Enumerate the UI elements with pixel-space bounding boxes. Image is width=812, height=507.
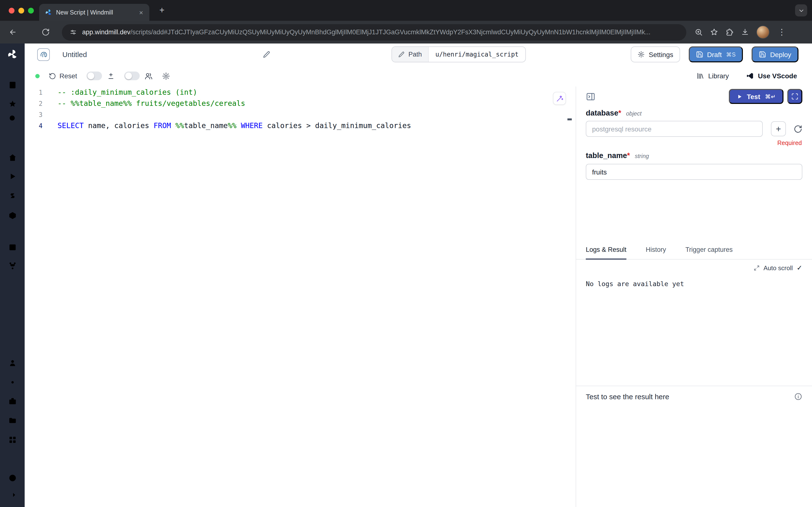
bookmark-star-icon[interactable] xyxy=(710,28,718,36)
test-fullscreen-button[interactable] xyxy=(787,89,802,104)
downloads-icon[interactable] xyxy=(741,28,749,36)
editor-settings-gear-icon[interactable] xyxy=(162,72,170,80)
sidebar-item-runs[interactable] xyxy=(8,172,17,181)
address-bar[interactable]: app.windmill.dev/scripts/add#JTdCJTIyaGF… xyxy=(62,24,686,40)
windmill-logo-icon[interactable] xyxy=(7,49,18,60)
field-name: table_name* xyxy=(586,151,630,160)
close-window-button[interactable] xyxy=(9,7,14,13)
script-header: Untitled Path u/henri/magical_script Set… xyxy=(25,44,812,65)
sidebar-item-apps[interactable] xyxy=(8,436,17,444)
postgresql-elephant-icon xyxy=(39,50,48,59)
code-area[interactable]: -- :daily_minimum_calories (int)-- %%tab… xyxy=(49,87,576,507)
sidebar-item-notebook[interactable] xyxy=(8,81,17,90)
url-path: /scripts/add#JTdCJTIyaGFzaCUyMiUzQSUyMiU… xyxy=(130,29,650,36)
browser-tab[interactable]: New Script | Windmill × xyxy=(39,4,149,21)
tab-search-button[interactable] xyxy=(795,4,807,16)
panel-tabs: Logs & Result History Trigger captures xyxy=(576,246,812,260)
play-icon xyxy=(737,94,742,99)
tab-history[interactable]: History xyxy=(646,246,666,259)
code-line[interactable]: SELECT name, calories FROM %%table_name%… xyxy=(58,120,576,131)
tab-logs-result[interactable]: Logs & Result xyxy=(586,246,626,260)
tab-title: New Script | Windmill xyxy=(56,9,133,16)
required-hint: Required xyxy=(586,140,802,147)
library-button[interactable]: Library xyxy=(697,72,729,80)
diff-toggle[interactable] xyxy=(86,71,102,80)
refresh-resources-icon[interactable] xyxy=(794,124,802,133)
new-tab-button[interactable]: + xyxy=(155,4,169,17)
reset-button[interactable]: Reset xyxy=(49,72,77,80)
database-input[interactable] xyxy=(586,121,763,137)
table-name-field-label: table_name* string xyxy=(586,151,802,160)
add-resource-button[interactable]: + xyxy=(771,121,786,136)
field-type: string xyxy=(635,153,649,160)
required-asterisk: * xyxy=(627,151,630,160)
field-type: object xyxy=(626,110,642,117)
sidebar-item-workspace[interactable] xyxy=(8,397,17,405)
auto-scroll-check-icon[interactable]: ✓ xyxy=(797,264,802,272)
sidebar-collapse-icon[interactable] xyxy=(8,491,17,499)
editor-toolbar: Reset Library xyxy=(25,65,812,87)
extensions-puzzle-icon[interactable] xyxy=(726,28,734,36)
settings-button[interactable]: Settings xyxy=(631,46,680,62)
library-icon xyxy=(697,72,704,80)
profile-avatar[interactable] xyxy=(756,25,769,39)
sidebar-item-schedules[interactable] xyxy=(8,243,17,251)
path-chip[interactable]: Path u/henri/magical_script xyxy=(392,46,526,62)
table-name-input[interactable] xyxy=(586,164,802,180)
zoom-icon[interactable] xyxy=(695,28,703,36)
sidebar-item-users[interactable] xyxy=(8,358,17,367)
url-text: app.windmill.dev/scripts/add#JTdCJTIyaGF… xyxy=(82,29,650,36)
tab-trigger-captures[interactable]: Trigger captures xyxy=(685,246,733,259)
draft-label: Draft xyxy=(707,51,722,58)
ai-generate-button[interactable] xyxy=(553,92,566,105)
minimize-window-button[interactable] xyxy=(18,7,24,13)
code-line[interactable]: -- :daily_minimum_calories (int) xyxy=(58,87,576,98)
path-edit-button[interactable]: Path xyxy=(392,47,429,62)
sidebar-item-flows[interactable] xyxy=(8,262,17,270)
info-icon[interactable] xyxy=(794,392,802,401)
sidebar-item-favorites[interactable] xyxy=(8,100,17,108)
site-settings-icon[interactable] xyxy=(70,29,77,36)
sidebar-item-add[interactable] xyxy=(8,280,17,289)
vscode-icon xyxy=(746,72,754,80)
sidebar-item-home[interactable] xyxy=(8,153,17,162)
script-title-field[interactable]: Untitled xyxy=(62,50,270,58)
line-number: 4 xyxy=(25,120,49,131)
library-label: Library xyxy=(708,72,729,80)
url-domain: app.windmill.dev xyxy=(82,29,130,36)
postgresql-badge xyxy=(37,48,50,61)
save-icon xyxy=(696,51,703,58)
sidebar-item-usage[interactable] xyxy=(8,191,17,200)
code-line[interactable] xyxy=(58,109,576,120)
use-vscode-button[interactable]: Use VScode xyxy=(746,72,797,80)
app-window: Untitled Path u/henri/magical_script Set… xyxy=(0,44,812,507)
multiplayer-toggle[interactable] xyxy=(124,71,139,80)
sidebar-item-resources[interactable] xyxy=(8,211,17,220)
back-button[interactable] xyxy=(6,25,19,39)
edit-title-pencil-icon[interactable] xyxy=(263,51,270,58)
sidebar-item-folders[interactable] xyxy=(8,416,17,425)
auto-scroll-label[interactable]: Auto scroll xyxy=(763,264,793,271)
script-title[interactable]: Untitled xyxy=(62,50,87,58)
expand-logs-icon[interactable] xyxy=(753,265,760,271)
sidebar-item-help[interactable] xyxy=(8,474,17,482)
deploy-button[interactable]: Deploy xyxy=(752,46,799,62)
line-number: 2 xyxy=(25,98,49,109)
test-shortcut: ⌘↵ xyxy=(765,93,776,100)
gear-icon xyxy=(638,51,645,58)
save-icon xyxy=(759,51,766,58)
tab-close-icon[interactable]: × xyxy=(137,8,146,17)
code-line[interactable]: -- %%table_name%% fruits/vegetables/cere… xyxy=(58,98,576,109)
browser-menu-icon[interactable]: ⋮ xyxy=(777,28,787,36)
logs-area: Auto scroll ✓ No logs are available yet xyxy=(576,260,812,386)
path-value: u/henri/magical_script xyxy=(429,47,525,62)
maximize-window-button[interactable] xyxy=(28,7,34,13)
collapse-panel-icon[interactable] xyxy=(586,92,595,101)
reload-button[interactable] xyxy=(39,25,52,39)
diff-icon xyxy=(107,72,115,80)
sidebar-item-search[interactable] xyxy=(8,114,17,123)
test-button[interactable]: Test ⌘↵ xyxy=(729,89,784,104)
draft-button[interactable]: Draft ⌘S xyxy=(689,46,743,62)
sidebar-item-settings[interactable] xyxy=(8,378,17,387)
code-editor[interactable]: 1234 -- :daily_minimum_calories (int)-- … xyxy=(25,87,576,507)
